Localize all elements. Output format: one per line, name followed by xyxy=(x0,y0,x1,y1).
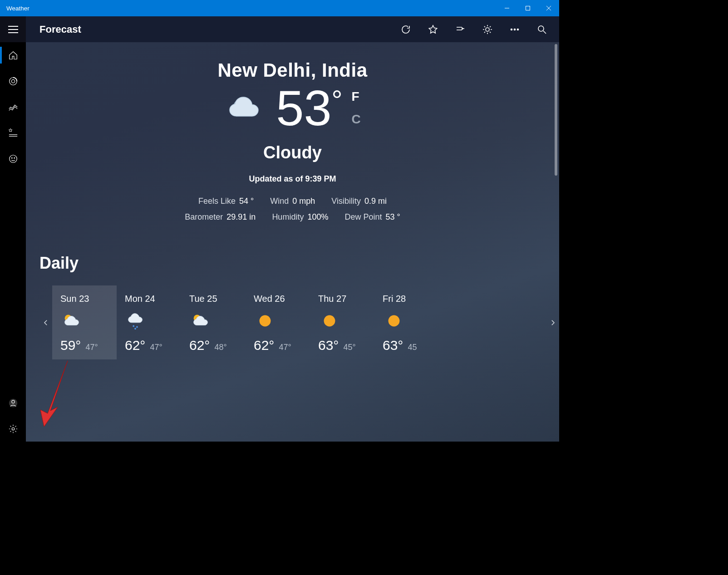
day-low: 47° xyxy=(150,343,162,352)
window-close-button[interactable] xyxy=(538,0,559,16)
detail-value: 54 ° xyxy=(239,197,254,206)
location-name: New Delhi, India xyxy=(26,59,559,81)
search-button[interactable] xyxy=(529,16,555,42)
refresh-icon xyxy=(400,24,411,35)
details-row-2: Barometer29.91 in Humidity100% Dew Point… xyxy=(26,212,559,222)
day-label: Mon 24 xyxy=(125,294,181,304)
svg-point-8 xyxy=(9,155,17,162)
day-card[interactable]: Fri 2863°45 xyxy=(374,285,439,359)
star-icon xyxy=(428,24,438,35)
detail-label: Visibility xyxy=(331,197,361,206)
day-label: Tue 25 xyxy=(189,294,246,304)
nav-feedback[interactable] xyxy=(0,146,26,172)
refresh-button[interactable] xyxy=(393,16,418,42)
star-list-icon xyxy=(8,128,18,138)
svg-point-16 xyxy=(511,29,512,30)
ellipsis-icon xyxy=(509,24,520,35)
home-icon xyxy=(8,50,18,60)
daily-section: Daily Sun 2359°47°Mon 2462°47°Tue 2562°4… xyxy=(26,254,559,359)
hamburger-menu-button[interactable] xyxy=(0,16,26,42)
detail-label: Feels Like xyxy=(198,197,236,206)
units-button[interactable] xyxy=(475,16,500,42)
daily-row: Sun 2359°47°Mon 2462°47°Tue 2562°48°Wed … xyxy=(39,285,559,359)
day-high: 63° xyxy=(318,338,339,353)
day-high: 62° xyxy=(254,338,274,353)
current-condition-icon xyxy=(224,86,268,130)
svg-point-19 xyxy=(538,26,544,31)
day-temps: 62°48° xyxy=(189,338,246,353)
day-card[interactable]: Tue 2562°48° xyxy=(181,285,246,359)
nav-maps[interactable] xyxy=(0,68,26,94)
nav-historical[interactable] xyxy=(0,94,26,120)
window-minimize-button[interactable] xyxy=(497,0,517,16)
title-bar: Weather xyxy=(0,0,559,16)
forecast-content: New Delhi, India 53° F C Cloudy Updated xyxy=(26,42,559,442)
window-controls xyxy=(497,0,559,16)
details-row-1: Feels Like54 ° Wind0 mph Visibility0.9 m… xyxy=(26,197,559,206)
chevron-left-icon xyxy=(42,319,50,327)
day-temps: 59°47° xyxy=(60,338,117,353)
day-weather-icon xyxy=(254,310,276,332)
current-temperature-value: 53 xyxy=(276,80,331,136)
pin-icon xyxy=(455,24,466,35)
svg-rect-1 xyxy=(526,6,530,10)
favorite-button[interactable] xyxy=(420,16,446,42)
day-low: 45° xyxy=(343,343,355,352)
svg-line-20 xyxy=(543,31,546,34)
nav-favorites[interactable] xyxy=(0,120,26,146)
day-temps: 63°45 xyxy=(383,338,439,353)
smiley-icon xyxy=(8,154,18,164)
day-card[interactable]: Sun 2359°47° xyxy=(52,285,117,359)
svg-point-29 xyxy=(389,315,400,327)
day-label: Thu 27 xyxy=(318,294,374,304)
day-low: 47° xyxy=(85,343,98,352)
day-temps: 63°45° xyxy=(318,338,374,353)
chevron-right-icon xyxy=(549,319,557,327)
condition-text: Cloudy xyxy=(26,143,559,162)
detail-value: 0 mph xyxy=(292,197,315,206)
more-button[interactable] xyxy=(502,16,527,42)
day-label: Sun 23 xyxy=(60,294,117,304)
day-low: 48° xyxy=(214,343,226,352)
window-maximize-button[interactable] xyxy=(517,0,538,16)
detail-label: Barometer xyxy=(185,212,223,221)
detail-label: Humidity xyxy=(272,212,304,221)
daily-prev-button[interactable] xyxy=(39,285,52,359)
svg-point-15 xyxy=(486,28,489,31)
nav-account[interactable] xyxy=(0,390,26,416)
day-label: Fri 28 xyxy=(383,294,439,304)
unit-celsius[interactable]: C xyxy=(352,112,361,127)
svg-point-23 xyxy=(133,325,134,327)
unit-fahrenheit[interactable]: F xyxy=(352,89,361,104)
day-label: Wed 26 xyxy=(254,294,310,304)
detail-label: Dew Point xyxy=(344,212,382,221)
day-high: 59° xyxy=(60,338,81,353)
sun-icon xyxy=(482,24,493,35)
current-conditions: 53° F C xyxy=(26,83,559,133)
day-card[interactable]: Wed 2662°47° xyxy=(246,285,310,359)
updated-text: Updated as of 9:39 PM xyxy=(26,174,559,184)
daily-next-button[interactable] xyxy=(546,285,559,359)
top-bar: Forecast xyxy=(26,16,559,42)
day-high: 62° xyxy=(189,338,210,353)
nav-settings[interactable] xyxy=(0,416,26,442)
nav-forecast-home[interactable] xyxy=(0,42,26,68)
day-weather-icon xyxy=(125,310,148,332)
day-low: 47° xyxy=(279,343,291,352)
search-icon xyxy=(536,24,547,35)
detail-label: Wind xyxy=(270,197,289,206)
svg-point-25 xyxy=(134,328,136,329)
day-weather-icon xyxy=(318,310,341,332)
svg-point-24 xyxy=(136,326,138,328)
day-low: 45 xyxy=(408,343,417,352)
svg-point-9 xyxy=(11,157,12,158)
radar-icon xyxy=(8,76,18,86)
svg-point-18 xyxy=(517,29,519,30)
person-icon xyxy=(8,398,18,408)
day-card[interactable]: Thu 2763°45° xyxy=(310,285,374,359)
top-actions xyxy=(393,16,555,42)
nav-rail xyxy=(0,16,26,442)
day-card[interactable]: Mon 2462°47° xyxy=(117,285,181,359)
current-temperature: 53° xyxy=(276,83,342,133)
pin-button[interactable] xyxy=(448,16,473,42)
